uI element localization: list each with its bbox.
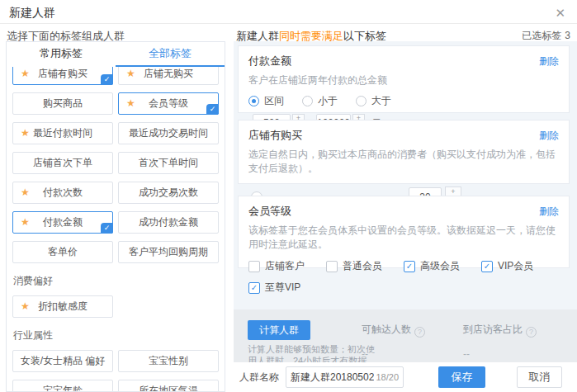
help-icon[interactable]: ? xyxy=(414,327,425,338)
tag-item[interactable]: 客户平均回购周期 xyxy=(118,241,219,263)
tab-all-tags[interactable]: 全部标签 xyxy=(116,42,225,67)
tag-row: ★店铺有购买✓ ★店铺无购买 xyxy=(12,67,219,85)
tag-label: 最近付款时间 xyxy=(33,127,92,139)
checkbox-icon xyxy=(248,261,260,272)
tag-row: 店铺首次下单 首次下单时间 xyxy=(12,152,219,174)
tag-label: 首次下单时间 xyxy=(139,157,198,168)
radio-option-range[interactable]: 区间 xyxy=(248,94,284,108)
card-description: 该标签基于您在会员体系中设置的会员等级。该数据延迟一天，请您使用时注意此延迟。 xyxy=(248,224,559,252)
card-description: 选定自然日内，购买过本店商品的消费者（购买以支付成功为准，包括支付后退款）。 xyxy=(248,148,559,176)
checkbox-supreme-vip[interactable]: ✓至尊VIP xyxy=(248,281,327,295)
tag-label: 最近成功交易时间 xyxy=(129,127,208,139)
header-suffix: 以下标签 xyxy=(343,30,386,42)
star-icon: ★ xyxy=(21,182,30,203)
tag-item[interactable]: ★付款次数 xyxy=(12,182,113,204)
tag-item[interactable]: ★店铺无购买 xyxy=(118,67,219,85)
dialog-title: 新建人群 xyxy=(9,6,55,21)
selected-tags-panel: 付款金额 删除 客户在店铺近两年付款的总金额 区间 小于 大于 + − - xyxy=(234,41,577,392)
tag-item[interactable]: ★会员等级✓ xyxy=(118,92,219,115)
tag-row: 宝宝年龄 所在地区气温 xyxy=(12,380,219,391)
checkbox-senior-member[interactable]: ✓高级会员 xyxy=(404,259,481,273)
store-visit-ratio-value: -- xyxy=(463,348,537,360)
tag-item[interactable]: ★付款金额✓ xyxy=(12,211,113,234)
tag-row: ★付款金额✓ 成功付款金额 xyxy=(12,211,219,234)
audience-name-box: 18/20 xyxy=(286,366,404,388)
tag-label: 付款金额 xyxy=(43,216,83,228)
tag-label: 店铺无购买 xyxy=(144,68,193,79)
member-level-checkbox-row: ✓至尊VIP xyxy=(248,281,559,295)
radio-option-greater-than[interactable]: 大于 xyxy=(356,94,391,108)
audience-name-input[interactable] xyxy=(291,371,374,383)
dialog-footer: 人群名称 18/20 保存 取消 xyxy=(234,362,577,392)
tag-label: 女装/女士精品 偏好 xyxy=(21,355,106,366)
tag-item[interactable]: 店铺首次下单 xyxy=(12,152,113,174)
header-highlight: 同时需要满足 xyxy=(279,30,343,42)
tag-selection-panel: 常用标签 全部标签 ★店铺有购买✓ ★店铺无购买 购买商品 ★会员等级✓ ★最近… xyxy=(6,41,225,392)
card-store-purchase: 店铺有购买 删除 选定自然日内，购买过本店商品的消费者（购买以支付成功为准，包括… xyxy=(238,120,570,184)
section-header-industry: 行业属性 xyxy=(13,328,219,342)
delete-member-link[interactable]: 删除 xyxy=(539,205,559,219)
close-icon[interactable]: ✕ xyxy=(555,6,565,21)
tag-label: 成功付款金额 xyxy=(139,216,198,228)
star-icon: ★ xyxy=(126,67,135,84)
tab-common-tags[interactable]: 常用标签 xyxy=(7,42,116,67)
tag-item[interactable]: ★折扣敏感度 xyxy=(12,295,113,318)
store-visit-ratio-stat: 到店访客占比? -- xyxy=(463,321,537,360)
header-prefix: 新建人群 xyxy=(236,30,279,42)
tag-item[interactable]: ★店铺有购买✓ xyxy=(12,67,113,85)
star-icon: ★ xyxy=(126,93,135,114)
card-member-level: 会员等级 删除 该标签基于您在会员体系中设置的会员等级。该数据延迟一天，请您使用… xyxy=(238,196,570,268)
char-counter: 18/20 xyxy=(376,372,399,382)
checkbox-icon: ✓ xyxy=(481,261,493,272)
tag-item[interactable]: ★最近付款时间 xyxy=(12,122,113,144)
reachable-count-value: -- xyxy=(362,348,425,360)
card-title: 店铺有购买 xyxy=(248,128,302,143)
radio-option-less-than[interactable]: 小于 xyxy=(302,94,338,108)
tag-label: 购买商品 xyxy=(43,97,83,109)
card-title: 会员等级 xyxy=(248,204,291,219)
tag-item[interactable]: 成功交易次数 xyxy=(118,182,219,204)
tag-label: 宝宝年龄 xyxy=(43,385,83,391)
check-badge-icon: ✓ xyxy=(101,74,113,85)
tag-item[interactable]: 宝宝年龄 xyxy=(12,380,113,391)
help-icon[interactable]: ? xyxy=(526,327,537,338)
tag-item[interactable]: 首次下单时间 xyxy=(118,152,219,174)
tag-tabs: 常用标签 全部标签 xyxy=(7,42,225,67)
tag-list: ★店铺有购买✓ ★店铺无购买 购买商品 ★会员等级✓ ★最近付款时间 最近成功交… xyxy=(7,67,225,391)
calculate-audience-button[interactable]: 计算人群 xyxy=(248,320,310,340)
tag-label: 成功交易次数 xyxy=(139,187,198,198)
tag-row: 客单价 客户平均回购周期 xyxy=(12,241,219,263)
tag-item[interactable]: 女装/女士精品 偏好 xyxy=(12,350,113,372)
cancel-button[interactable]: 取消 xyxy=(517,366,562,388)
stats-section: 计算人群 计算人群能够预知数量；初次使 用人群时，24小时后才有数据 可触达人数… xyxy=(234,309,577,362)
checkbox-normal-member[interactable]: 普通会员 xyxy=(326,259,404,273)
star-icon: ★ xyxy=(21,212,30,233)
tag-item[interactable]: 客单价 xyxy=(12,241,113,263)
tag-item[interactable]: 最近成功交易时间 xyxy=(118,122,219,144)
tag-label: 客户平均回购周期 xyxy=(129,246,208,257)
tag-label: 会员等级 xyxy=(149,97,188,109)
card-payment-amount: 付款金额 删除 客户在店铺近两年付款的总金额 区间 小于 大于 + − - xyxy=(238,45,570,113)
tag-item[interactable]: 宝宝性别 xyxy=(118,350,219,372)
create-audience-dialog: 新建人群 ✕ 选择下面的标签组成人群 新建人群同时需要满足以下标签 已选标签3 … xyxy=(0,0,577,392)
delete-purchase-link[interactable]: 删除 xyxy=(539,129,559,143)
star-icon: ★ xyxy=(21,67,30,84)
checkbox-store-customer[interactable]: 店铺客户 xyxy=(248,259,326,273)
star-icon: ★ xyxy=(21,123,30,144)
checkbox-icon: ✓ xyxy=(248,282,260,294)
checkbox-vip-member[interactable]: ✓VIP会员 xyxy=(481,259,559,273)
tag-item[interactable]: 所在地区气温 xyxy=(118,380,219,391)
tag-label: 宝宝性别 xyxy=(149,355,188,366)
tag-item[interactable]: 购买商品 xyxy=(12,92,113,115)
tag-row: ★付款次数 成功交易次数 xyxy=(12,182,219,204)
tag-row: 购买商品 ★会员等级✓ xyxy=(12,92,219,115)
delete-payment-link[interactable]: 删除 xyxy=(539,54,559,68)
tag-label: 付款次数 xyxy=(43,187,83,198)
audience-name-label: 人群名称 xyxy=(239,371,279,385)
save-button[interactable]: 保存 xyxy=(438,366,485,388)
tag-label: 折扣敏感度 xyxy=(38,300,87,312)
tag-label: 店铺首次下单 xyxy=(33,157,92,168)
tag-label: 所在地区气温 xyxy=(139,385,198,391)
tag-item[interactable]: 成功付款金额 xyxy=(118,211,219,234)
radio-icon xyxy=(356,96,367,106)
